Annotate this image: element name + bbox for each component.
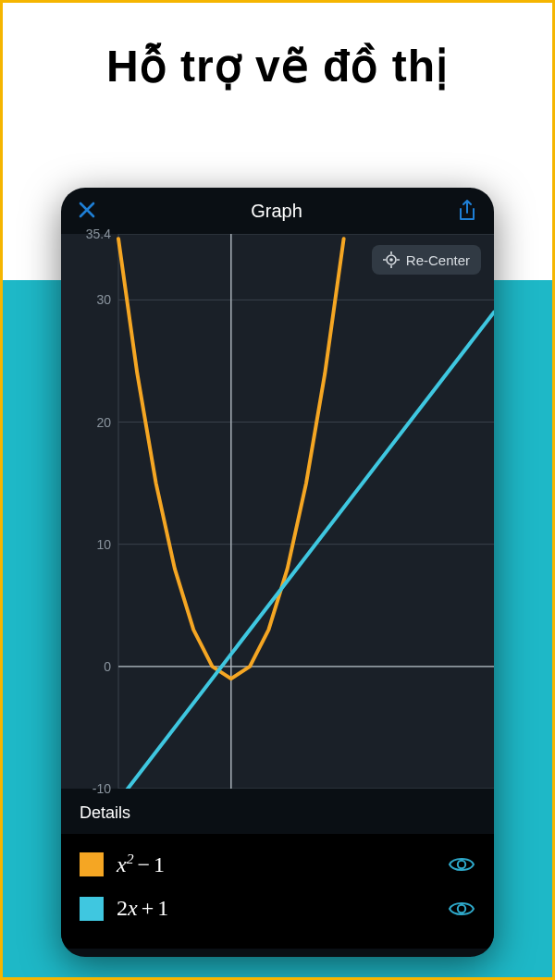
- recenter-button[interactable]: Re-Center: [372, 245, 481, 275]
- y-axis-tick: -10: [92, 781, 117, 796]
- y-axis-tick: 10: [96, 537, 117, 552]
- legend-swatch: [80, 852, 104, 876]
- recenter-label: Re-Center: [406, 252, 470, 268]
- close-icon[interactable]: [78, 199, 96, 223]
- svg-point-12: [458, 860, 465, 867]
- y-axis-tick: 30: [96, 292, 117, 307]
- target-icon: [383, 251, 400, 268]
- svg-point-13: [458, 904, 465, 912]
- y-axis-tick: 35.4: [86, 227, 117, 241]
- legend-row: x2−1: [61, 841, 494, 887]
- svg-point-11: [389, 258, 393, 262]
- legend-formula: 2x+1: [117, 896, 435, 921]
- page-headline: Hỗ trợ vẽ đồ thị: [3, 3, 552, 119]
- visibility-toggle-icon[interactable]: [448, 855, 475, 874]
- app-topbar: Graph: [61, 188, 494, 234]
- y-axis-tick: 20: [96, 415, 117, 430]
- y-axis-tick: 0: [104, 659, 117, 674]
- details-header: Details: [61, 789, 494, 834]
- phone-frame: Graph Re-Center -10010203035.4 Details x…: [61, 188, 494, 957]
- share-icon[interactable]: [457, 200, 477, 222]
- app-title: Graph: [251, 201, 302, 222]
- legend-formula: x2−1: [117, 851, 435, 877]
- visibility-toggle-icon[interactable]: [448, 900, 475, 918]
- legend-row: 2x+1: [61, 887, 494, 930]
- legend-panel: x2−1 2x+1: [61, 834, 494, 949]
- graph-canvas[interactable]: Re-Center -10010203035.4: [61, 234, 494, 789]
- legend-swatch: [80, 897, 104, 921]
